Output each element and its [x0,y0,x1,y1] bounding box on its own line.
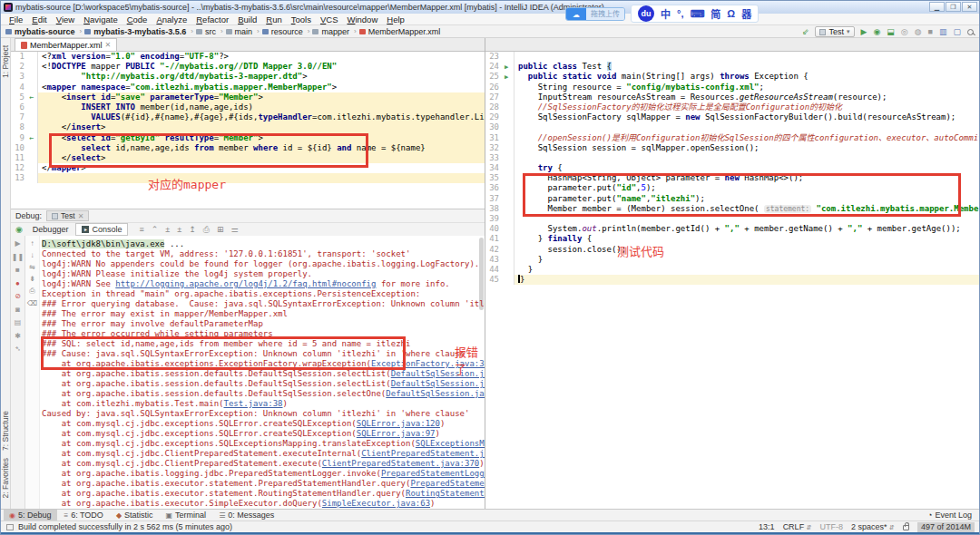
lock-icon[interactable] [903,525,909,530]
console-output[interactable]: 报错了 D:\soft\jdk8\bin\java.exe ...Connect… [40,236,485,509]
console-line[interactable]: Connected to the target VM, address: '12… [42,249,485,259]
encoding-selector[interactable]: UTF-8 [820,522,844,531]
tab-membermapper-xml[interactable]: MemberMapper.xml ✕ [15,38,117,51]
close-button[interactable]: ✕ [962,2,977,12]
xml-editor[interactable]: 对应的mapper 1<?xml version="1.0" encoding=… [11,52,485,209]
code-line[interactable]: 25▶ public static void main(String[] arg… [485,72,980,82]
code-line[interactable]: 33 [485,153,980,163]
console-line[interactable]: at org.apache.ibatis.executor.SimpleExec… [42,499,485,509]
console-line[interactable]: Caused by: java.sql.SQLSyntaxErrorExcept… [42,409,485,419]
breadcrumb-main[interactable]: main [226,27,253,36]
code-line[interactable]: 34 try { [485,163,980,173]
up-the-stack-icon[interactable]: ↑ [31,239,34,248]
code-line[interactable]: 9← <select id="getById" resultType="Memb… [11,133,485,143]
settings-icon[interactable]: ⚌ [230,225,238,235]
code-line[interactable]: 3 "http://mybatis.org/dtd/mybatis-3-mapp… [11,72,485,82]
camera-snapshot-button[interactable]: ◙ [15,306,20,314]
scroll-to-end-icon[interactable]: ⇟ [29,275,35,283]
menu-build[interactable]: Build [233,15,261,24]
indent-selector[interactable]: 2 spaces* ⇵ [851,522,895,531]
code-line[interactable]: 31 //openSession()是利用Configuration初始化Sql… [485,133,980,143]
toolwindow-toggle-icon[interactable] [6,524,14,530]
breadcrumb-mybatis-source[interactable]: mybatis-source [5,27,75,36]
resume-button[interactable]: ▶ [15,239,20,248]
code-line[interactable]: 26 String resource = "config/mybatis-con… [485,83,980,92]
view-breakpoints-button[interactable]: ● [15,279,20,287]
menu-edit[interactable]: Edit [27,15,51,24]
ime-keyboard-icon[interactable]: ⌨ [690,8,704,20]
console-line[interactable]: at org.apache.ibatis.exceptions.Exceptio… [42,359,485,369]
console-line[interactable]: at org.apache.ibatis.session.defaults.De… [42,369,485,379]
console-line[interactable]: + at com.mysql.cj.jdbc.ClientPreparedSta… [42,459,485,469]
tool-messages[interactable]: ☰0: Messages [213,510,279,520]
caret-position[interactable]: 13:1 [759,522,775,531]
pause-button[interactable]: ❚❚ [12,253,24,261]
code-line[interactable]: 12</mapper> [11,163,485,173]
code-line[interactable]: 13 [11,173,485,183]
console-line[interactable]: ### SQL: select id,name,age,ids from mem… [42,339,485,349]
soft-wraps-icon[interactable]: ⇋ [29,263,35,271]
memory-indicator[interactable]: 497 of 2014M [917,522,975,532]
menu-navigate[interactable]: Navigate [79,15,122,24]
menu-refactor[interactable]: Refactor [191,15,233,24]
code-line[interactable]: 4<mapper namespace="com.itlezhi.mybatis.… [11,83,485,92]
terminal-window-icon[interactable]: ▢ [953,27,961,36]
menu-vcs[interactable]: VCS [316,15,343,24]
console-line[interactable]: at org.apache.ibatis.session.defaults.De… [42,389,485,399]
console-line[interactable]: ### Cause: java.sql.SQLSyntaxErrorExcept… [42,349,485,359]
restore-layout-button[interactable]: ▤ [15,318,22,326]
tab-debugger[interactable]: Debugger [27,224,74,235]
java-editor[interactable]: 测试代码 2324▶public class Test {25▶ public … [485,52,980,509]
sidebar-item-structure[interactable]: 7: Structure [1,411,10,451]
line-ending-selector[interactable]: CRLF ⇵ [783,522,812,531]
up-stack-icon[interactable]: ↥ [189,225,196,235]
code-line[interactable]: 32 SqlSession session = sqlMapper.openSe… [485,143,980,153]
code-line[interactable]: 27 InputStream resourceAsStream = Resour… [485,92,980,102]
code-line[interactable]: 38 Member member = (Member) session.sele… [485,204,980,214]
console-line[interactable]: at com.itlezhi.mybatis.Test.main(Test.ja… [42,399,485,409]
code-line[interactable]: 10 select id,name,age,ids from member wh… [11,143,485,153]
code-line[interactable]: 44 } [485,265,980,275]
restore-button[interactable]: ❐ [946,2,961,12]
console-line[interactable]: at org.apache.ibatis.session.defaults.De… [42,379,485,389]
code-line[interactable]: 24▶public class Test { [485,62,980,72]
console-line[interactable]: D:\soft\jdk8\bin\java.exe ... [42,239,485,249]
code-line[interactable]: 40 System.out.println(member.getId() + "… [485,224,980,234]
coverage-button[interactable]: ⬓ [887,27,895,36]
code-line[interactable]: 5← <insert id="save" parameterType="Memb… [11,92,485,102]
console-line[interactable]: log4j:WARN See http://logging.apache.org… [42,279,485,289]
minimize-button[interactable]: ▁ [929,2,945,12]
ime-simplified-toggle[interactable]: 简 [710,6,720,21]
clear-console-icon[interactable]: ⌫ [27,299,37,307]
code-line[interactable]: 23 [485,52,980,62]
ime-punct-toggle[interactable]: °, [677,8,683,19]
code-line[interactable]: 35 HashMap<String, Object> parameter = n… [485,173,980,183]
code-line[interactable]: 11 </select> [11,153,485,163]
pin-icon[interactable]: ➴ [15,345,21,353]
menu-view[interactable]: View [52,15,79,24]
event-log-button[interactable]: ◔Event Log [927,511,972,520]
close-icon[interactable]: ✕ [105,41,112,49]
breadcrumb-resource[interactable]: resource [262,27,303,36]
console-line[interactable]: Exception in thread "main" org.apache.ib… [42,289,485,299]
code-line[interactable]: 1<?xml version="1.0" encoding="UTF-8"?> [11,52,485,62]
scroll-up-icon[interactable]: ⌃ [152,225,159,235]
console-line[interactable]: ### Error querying database. Cause: java… [42,299,485,309]
ime-lang-toggle[interactable]: 中 [661,6,671,21]
gear-icon[interactable]: ✱ [15,332,21,340]
code-line[interactable]: 6 INSERT INTO member(id,name,age,ids) [11,102,485,112]
console-line[interactable]: at com.mysql.cj.jdbc.ClientPreparedState… [42,449,485,459]
down-the-stack-icon[interactable]: ↓ [31,251,34,259]
layout-icon[interactable]: ⊞ [217,225,224,235]
console-line[interactable]: ### The error may involve defaultParamet… [42,319,485,329]
code-line[interactable]: 39 [485,214,980,224]
menu-window[interactable]: Window [342,15,382,24]
console-line[interactable]: at org.apache.ibatis.executor.statement.… [42,489,485,499]
tab-console[interactable]: ▸ Console [75,223,128,236]
breadcrumb-mybatis-3-mybatis-3.5.6[interactable]: mybatis-3-mybatis-3.5.6 [84,27,186,36]
code-line[interactable]: 45} [485,275,980,285]
breadcrumb-src[interactable]: src [196,27,216,36]
console-line[interactable]: at com.mysql.cj.jdbc.exceptions.SQLError… [42,429,485,439]
code-line[interactable]: 8 </insert> [11,122,485,132]
code-line[interactable]: 29 SqlSessionFactory sqlMapper = new Sql… [485,112,980,122]
